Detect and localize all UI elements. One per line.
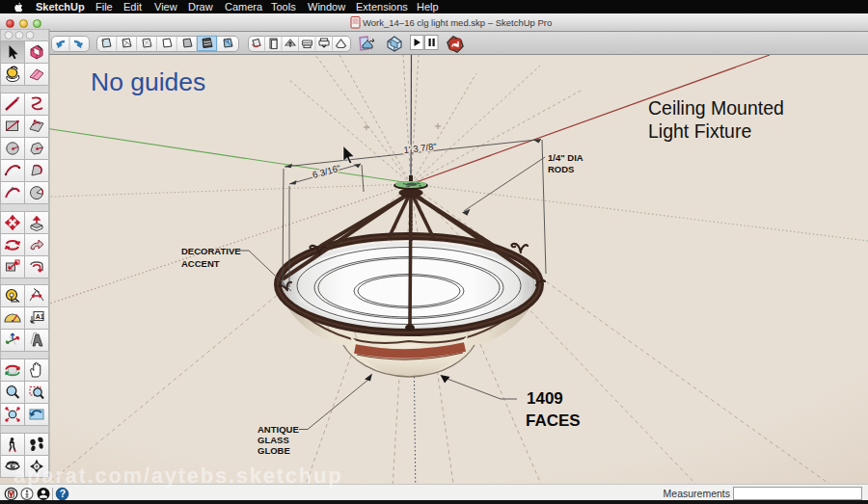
svg-text:FACES: FACES <box>526 411 581 430</box>
svg-text:ACCENT: ACCENT <box>181 258 220 269</box>
svg-text:RODS: RODS <box>548 164 574 174</box>
svg-text:GLASS: GLASS <box>258 435 289 445</box>
svg-text:GLOBE: GLOBE <box>258 445 290 456</box>
svg-text:A1: A1 <box>36 313 44 320</box>
svg-text:ANTIQUE: ANTIQUE <box>258 424 299 435</box>
svg-text:?: ? <box>60 488 66 499</box>
svg-text:No guides: No guides <box>91 67 205 96</box>
svg-text:Light Fixture: Light Fixture <box>648 120 751 142</box>
svg-text:Ceiling Mounted: Ceiling Mounted <box>648 97 784 119</box>
svg-text:DECORATIVE: DECORATIVE <box>181 246 241 256</box>
svg-text:1409: 1409 <box>527 389 563 408</box>
svg-text:1/4" DIA: 1/4" DIA <box>548 152 583 163</box>
